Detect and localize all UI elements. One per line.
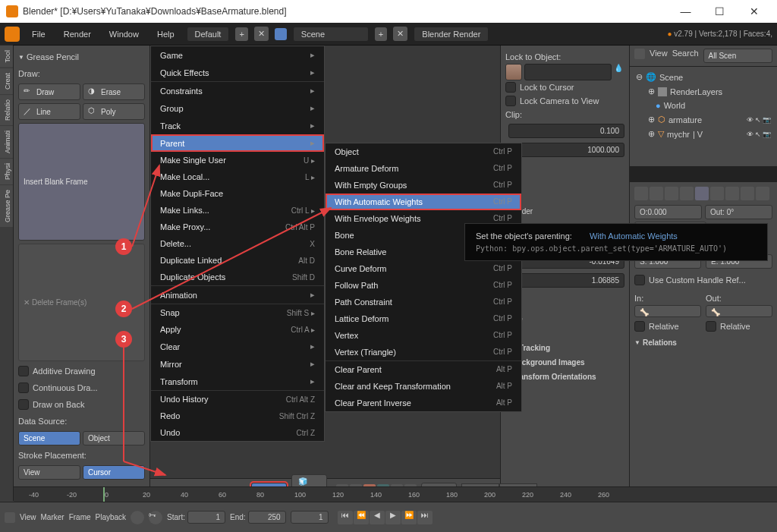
- jump-end-button[interactable]: ⏭: [417, 511, 433, 524]
- insert-blank-frame-button[interactable]: Insert Blank Frame: [18, 123, 145, 241]
- outliner-scene[interactable]: ⊖ 🌐 Scene: [633, 70, 774, 84]
- motion-tracking-header[interactable]: n Tracking: [505, 341, 624, 355]
- parent-submenu-item[interactable]: VertexCtrl P: [326, 327, 521, 344]
- camera-render-icon[interactable]: 📷: [763, 116, 771, 124]
- parent-submenu-item[interactable]: Clear ParentAlt P: [326, 361, 521, 378]
- object-menu-item[interactable]: Constraints▸: [151, 82, 324, 99]
- in-bone-field[interactable]: 🦴: [634, 305, 701, 317]
- delete-scene-button[interactable]: ✕: [393, 27, 407, 41]
- outliner-armature[interactable]: ⊕ ⬡ armature👁↖📷: [633, 112, 774, 127]
- timeline-view-menu[interactable]: View: [20, 513, 36, 521]
- outliner-view-menu[interactable]: View: [650, 49, 668, 63]
- parent-submenu-item[interactable]: ObjectCtrl P: [326, 143, 521, 160]
- parent-submenu-item[interactable]: Vertex (Triangle)Ctrl P: [326, 344, 521, 360]
- play-button[interactable]: ▶: [385, 511, 401, 524]
- o-field[interactable]: O:0.000: [634, 205, 702, 219]
- parent-submenu-item[interactable]: Path ConstraintCtrl P: [326, 294, 521, 310]
- close-button[interactable]: ✕: [737, 0, 771, 23]
- start-frame-field[interactable]: 1: [187, 511, 225, 524]
- cursor-icon[interactable]: ↖: [755, 116, 761, 124]
- object-menu-item[interactable]: Make Local...L ▸: [151, 168, 324, 185]
- menu-window[interactable]: Window: [103, 27, 145, 42]
- outliner-search-menu[interactable]: Search: [672, 49, 699, 63]
- object-menu-item[interactable]: Track▸: [151, 117, 324, 134]
- object-menu-item[interactable]: Undo HistoryCtrl Alt Z: [151, 391, 324, 408]
- object-menu-item[interactable]: Quick Effects▸: [151, 64, 324, 82]
- add-scene-button[interactable]: +: [375, 27, 387, 41]
- object-menu-item[interactable]: Make Proxy...Ctrl Alt P: [151, 219, 324, 235]
- tab-animation[interactable]: Animati: [0, 126, 13, 158]
- object-menu-item[interactable]: Group▸: [151, 99, 324, 117]
- object-menu-item[interactable]: Clear▸: [151, 338, 324, 355]
- playhead[interactable]: [103, 487, 105, 502]
- outliner-mychr[interactable]: ⊕ ▽ mychr | V👁↖📷: [633, 127, 774, 141]
- lock-object-field[interactable]: [524, 64, 612, 80]
- additive-checkbox[interactable]: [18, 366, 29, 376]
- relative-b-checkbox[interactable]: [706, 321, 716, 332]
- tab-grease-pencil[interactable]: Grease Pe: [0, 185, 13, 227]
- object-menu-item[interactable]: Transform▸: [151, 373, 324, 391]
- menu-help[interactable]: Help: [151, 27, 181, 42]
- relative-a-checkbox[interactable]: [634, 321, 645, 332]
- outliner-renderlayers[interactable]: ⊕ RenderLayers: [633, 84, 774, 99]
- add-layout-button[interactable]: +: [235, 27, 247, 41]
- parent-submenu-item[interactable]: Follow PathCtrl P: [326, 277, 521, 294]
- tab-relations[interactable]: Relatio: [0, 95, 13, 125]
- timeline-frame-menu[interactable]: Frame: [69, 513, 91, 521]
- object-menu-item[interactable]: Make Single UserU ▸: [151, 152, 324, 168]
- timeline-marker-menu[interactable]: Marker: [41, 513, 64, 521]
- object-menu-item[interactable]: Parent▸: [151, 134, 324, 152]
- parent-submenu-item[interactable]: With Automatic WeightsCtrl P: [326, 194, 521, 210]
- engine-selector[interactable]: Blender Render: [414, 27, 489, 42]
- eye-icon-2[interactable]: 👁: [747, 131, 753, 138]
- object-menu-item[interactable]: Duplicate ObjectsShift D: [151, 269, 324, 286]
- data-source-scene-button[interactable]: Scene: [18, 431, 80, 445]
- clip-end-field[interactable]: 1000.000: [508, 143, 624, 157]
- prop-tab-object[interactable]: [695, 187, 709, 200]
- object-menu-item[interactable]: Mirror▸: [151, 355, 324, 373]
- object-menu-item[interactable]: Make Dupli-Face: [151, 185, 324, 202]
- continuous-checkbox[interactable]: [18, 382, 29, 393]
- draw-on-back-checkbox[interactable]: [18, 399, 29, 410]
- parent-submenu-item[interactable]: Lattice DeformCtrl P: [326, 310, 521, 327]
- eyedropper-icon[interactable]: 💧: [614, 64, 624, 80]
- eye-icon[interactable]: 👁: [747, 116, 753, 124]
- editor-icon[interactable]: [634, 49, 645, 59]
- lock-object-icon[interactable]: [505, 64, 522, 80]
- end-frame-field[interactable]: 250: [248, 511, 286, 524]
- prop-tab-modifiers[interactable]: [725, 187, 739, 200]
- object-menu-item[interactable]: Duplicate LinkedAlt D: [151, 252, 324, 269]
- current-frame-field[interactable]: 1: [291, 511, 329, 524]
- poly-button[interactable]: ⬡Poly: [83, 103, 145, 120]
- out-bone-field[interactable]: 🦴: [706, 305, 772, 317]
- out-deg-field[interactable]: Out: 0°: [705, 205, 772, 219]
- tab-physics[interactable]: Physi: [0, 159, 13, 184]
- tab-tools[interactable]: Tool: [0, 46, 13, 68]
- prop-tab-layers[interactable]: [650, 187, 663, 200]
- parent-submenu-item[interactable]: Clear and Keep TransformationAlt P: [326, 378, 521, 395]
- prop-tab-data[interactable]: [741, 187, 754, 200]
- prop-tab-bone[interactable]: [756, 187, 769, 200]
- line-button[interactable]: ／Line: [18, 103, 80, 120]
- custom-handle-checkbox[interactable]: [634, 275, 645, 285]
- num-field-3[interactable]: 1.06885: [508, 273, 624, 288]
- outliner-display-mode[interactable]: All Scen: [703, 49, 772, 63]
- delete-layout-button[interactable]: ✕: [254, 27, 269, 41]
- timeline-playback-menu[interactable]: Playback: [96, 513, 127, 521]
- tab-create[interactable]: Creat: [0, 68, 13, 94]
- minimize-button[interactable]: —: [668, 0, 703, 23]
- prop-tab-scene[interactable]: [665, 187, 678, 200]
- grease-pencil-header[interactable]: Grease Pencil: [18, 50, 145, 64]
- parent-submenu-item[interactable]: Curve DeformCtrl P: [326, 260, 521, 277]
- lock-cursor-checkbox[interactable]: [505, 82, 516, 93]
- menu-render[interactable]: Render: [58, 27, 97, 42]
- layout-selector[interactable]: Default: [187, 27, 230, 42]
- clip-start-field[interactable]: 0.100: [508, 124, 624, 138]
- parent-submenu-item[interactable]: Clear Parent InverseAlt P: [326, 395, 521, 411]
- object-menu-item[interactable]: Make Links...Ctrl L ▸: [151, 202, 324, 219]
- parent-submenu-item[interactable]: Armature DeformCtrl P: [326, 160, 521, 177]
- stroke-cursor-button[interactable]: Cursor: [83, 465, 145, 480]
- autokey-icon[interactable]: 🗝: [149, 511, 162, 524]
- keyframe-next-button[interactable]: ⏩: [401, 511, 417, 524]
- object-menu-item[interactable]: ApplyCtrl A ▸: [151, 321, 324, 338]
